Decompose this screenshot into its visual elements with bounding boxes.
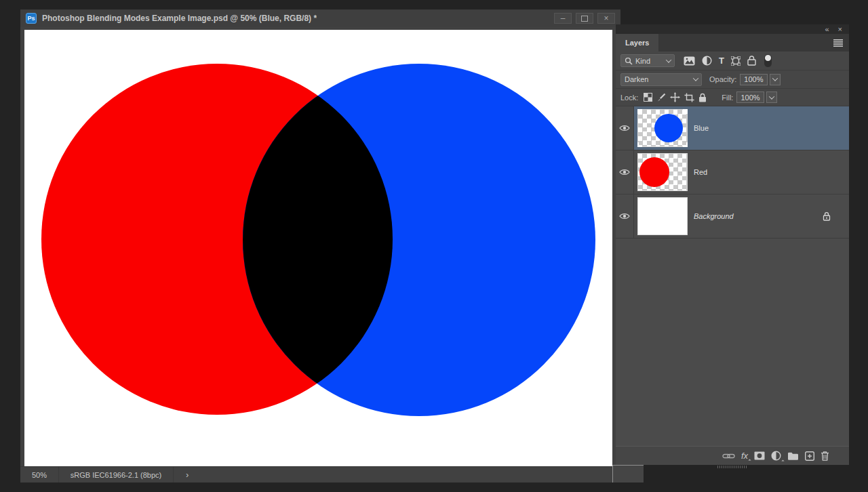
fill-field[interactable]: 100% — [736, 91, 764, 103]
minimize-button[interactable]: – — [554, 13, 572, 24]
maximize-icon — [581, 16, 588, 22]
layer-thumbnail-background[interactable] — [637, 197, 688, 235]
new-group-button[interactable] — [787, 451, 799, 460]
panel-resize-grip[interactable] — [717, 466, 747, 468]
layer-row-background[interactable]: Background — [616, 194, 849, 239]
layers-panel: « × Layers Kind — [616, 24, 849, 465]
caret-icon — [748, 459, 751, 462]
tab-layers[interactable]: Layers — [616, 34, 658, 52]
add-layer-mask-button[interactable] — [754, 451, 765, 460]
visibility-toggle[interactable] — [616, 194, 634, 238]
chevron-down-icon — [768, 94, 774, 99]
layer-row-blue[interactable]: Blue — [616, 106, 849, 150]
fill-label: Fill: — [722, 94, 733, 102]
search-icon — [625, 57, 633, 65]
caret-icon — [781, 459, 784, 462]
chevron-down-icon — [772, 75, 777, 81]
panel-menu-button[interactable] — [833, 39, 843, 47]
photoshop-app-icon: Ps — [26, 13, 37, 24]
background-lock-icon — [823, 211, 831, 221]
new-adjustment-layer-button[interactable] — [771, 451, 781, 461]
layer-thumbnail-blue[interactable] — [637, 109, 688, 147]
blend-mode-dropdown[interactable]: Darken — [620, 73, 702, 86]
layer-style-button[interactable]: fx — [741, 451, 748, 460]
collapse-panel-icon[interactable]: « — [825, 26, 829, 33]
minimize-icon: – — [561, 14, 566, 22]
new-layer-plus-icon — [805, 451, 814, 461]
selection-bracket — [683, 109, 688, 114]
document-title-bar[interactable]: Ps Photoshop Blending Modes Example Imag… — [20, 9, 620, 27]
chevron-down-icon — [666, 57, 671, 62]
toggle-knob-icon — [765, 55, 771, 61]
adjustment-layer-filter-icon[interactable] — [702, 56, 712, 66]
kind-filter-dropdown[interactable]: Kind — [620, 54, 675, 67]
layer-row-red[interactable]: Red — [616, 150, 849, 194]
lock-row: Lock: — [616, 89, 849, 106]
close-icon: × — [604, 14, 608, 22]
hamburger-menu-icon — [833, 39, 843, 47]
type-layer-filter-icon[interactable]: T — [719, 56, 724, 65]
lock-artboard-icon[interactable] — [684, 93, 694, 102]
filtering-toggle[interactable] — [764, 54, 772, 67]
lock-all-icon[interactable] — [698, 93, 707, 102]
photoshop-app: Ps Photoshop Blending Modes Example Imag… — [0, 0, 868, 492]
visibility-eye-icon — [619, 168, 630, 176]
chevron-down-icon — [693, 75, 698, 81]
status-options-button[interactable]: › — [186, 470, 189, 480]
fx-icon: fx — [741, 451, 748, 460]
selection-bracket — [637, 142, 642, 147]
layer-filter-row: Kind T — [616, 52, 849, 70]
document-status-bar: 50% sRGB IEC61966-2.1 (8bpc) › — [20, 466, 620, 483]
blend-mode-row: Darken Opacity: 100% — [616, 70, 849, 89]
blend-mode-value: Darken — [625, 75, 648, 83]
kind-filter-label: Kind — [635, 57, 650, 65]
opacity-field[interactable]: 100% — [740, 74, 767, 85]
visibility-toggle[interactable] — [616, 150, 634, 194]
lock-buttons — [644, 92, 707, 102]
link-layers-button[interactable] — [722, 453, 735, 459]
blue-circle-thumb — [654, 114, 683, 142]
close-button[interactable]: × — [597, 13, 615, 24]
canvas-artwork — [24, 30, 612, 466]
zoom-level-field[interactable]: 50% — [20, 471, 58, 479]
new-layer-button[interactable] — [805, 451, 814, 461]
visibility-toggle[interactable] — [616, 106, 634, 150]
lock-pixels-brush-icon[interactable] — [656, 93, 666, 102]
window-corner-fragment — [612, 465, 644, 483]
shape-layer-filter-icon[interactable] — [731, 56, 741, 66]
adjustment-circle-icon — [771, 451, 781, 461]
filter-type-buttons: T — [684, 54, 772, 67]
layer-name[interactable]: Red — [694, 168, 707, 176]
visibility-eye-icon — [619, 124, 630, 132]
trash-icon — [821, 451, 829, 461]
selection-bracket — [637, 109, 642, 114]
maximize-button[interactable] — [576, 13, 593, 24]
layer-thumbnail-red[interactable] — [637, 153, 688, 191]
smart-object-filter-icon[interactable] — [747, 56, 756, 66]
panel-dock-header: « × — [616, 24, 849, 34]
layers-panel-footer: fx — [616, 446, 849, 465]
lock-position-move-icon[interactable] — [670, 92, 680, 102]
window-controls: – × — [554, 13, 615, 24]
window-title: Photoshop Blending Modes Example Image.p… — [42, 14, 317, 23]
layer-mask-icon — [754, 451, 765, 460]
folder-icon — [787, 451, 799, 460]
link-icon — [722, 453, 735, 459]
close-panel-icon[interactable]: × — [838, 26, 842, 33]
opacity-dropdown-button[interactable] — [770, 74, 781, 85]
pixel-layer-filter-icon[interactable] — [684, 56, 695, 66]
lock-label: Lock: — [620, 94, 638, 102]
color-profile-status[interactable]: sRGB IEC61966-2.1 (8bpc) — [58, 467, 174, 483]
layer-name[interactable]: Blue — [694, 124, 709, 132]
opacity-label: Opacity: — [709, 75, 736, 83]
delete-layer-button[interactable] — [821, 451, 829, 461]
lock-transparency-icon[interactable] — [644, 93, 652, 102]
fill-dropdown-button[interactable] — [766, 91, 777, 103]
visibility-eye-icon — [619, 212, 630, 220]
selection-bracket — [683, 142, 688, 147]
layer-name[interactable]: Background — [694, 212, 734, 220]
red-circle-thumb — [639, 157, 669, 187]
document-window: Ps Photoshop Blending Modes Example Imag… — [20, 9, 620, 483]
document-canvas[interactable] — [24, 30, 612, 466]
layers-list: Blue Red — [616, 106, 849, 446]
